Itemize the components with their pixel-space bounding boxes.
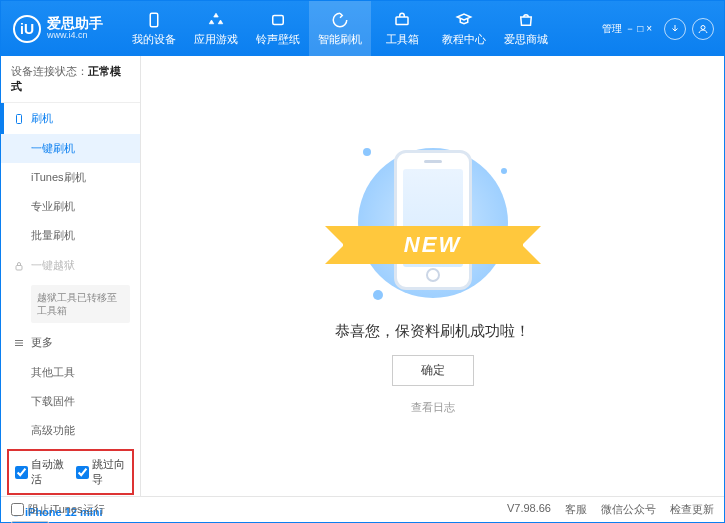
sidebar-item-pro-flash[interactable]: 专业刷机 <box>1 192 140 221</box>
svg-rect-1 <box>273 15 284 24</box>
nav-tutorials[interactable]: 教程中心 <box>433 1 495 56</box>
connection-status: 设备连接状态：正常模式 <box>1 56 140 103</box>
success-message: 恭喜您，保资料刷机成功啦！ <box>335 322 530 341</box>
titlebar: iU 爱思助手 www.i4.cn 我的设备 应用游戏 铃声壁纸 智能刷机 工具… <box>1 1 724 56</box>
sidebar-item-advanced[interactable]: 高级功能 <box>1 416 140 445</box>
main-nav: 我的设备 应用游戏 铃声壁纸 智能刷机 工具箱 教程中心 爱思商城 <box>123 1 557 56</box>
nav-apps-games[interactable]: 应用游戏 <box>185 1 247 56</box>
main-content: NEW 恭喜您，保资料刷机成功啦！ 确定 查看日志 <box>141 56 724 496</box>
user-icon[interactable] <box>692 18 714 40</box>
ok-button[interactable]: 确定 <box>392 355 474 386</box>
success-illustration: NEW <box>353 138 513 308</box>
svg-rect-0 <box>150 13 158 27</box>
sidebar-section-flash[interactable]: 刷机 <box>1 103 140 134</box>
block-itunes-checkbox[interactable]: 阻止iTunes运行 <box>11 502 105 517</box>
sidebar-item-itunes-flash[interactable]: iTunes刷机 <box>1 163 140 192</box>
nav-ringtones[interactable]: 铃声壁纸 <box>247 1 309 56</box>
support-link[interactable]: 客服 <box>565 502 587 517</box>
sidebar-item-download-fw[interactable]: 下载固件 <box>1 387 140 416</box>
auto-activate-checkbox[interactable]: 自动激活 <box>15 457 66 487</box>
check-update-link[interactable]: 检查更新 <box>670 502 714 517</box>
brand: iU 爱思助手 www.i4.cn <box>1 15 115 43</box>
nav-smart-flash[interactable]: 智能刷机 <box>309 1 371 56</box>
menu-icon <box>13 337 25 349</box>
svg-rect-2 <box>396 17 408 25</box>
lock-icon <box>13 260 25 272</box>
svg-point-3 <box>701 25 705 29</box>
brand-name: 爱思助手 <box>47 16 103 31</box>
wechat-link[interactable]: 微信公众号 <box>601 502 656 517</box>
phone-icon <box>13 113 25 125</box>
jailbreak-moved-note: 越狱工具已转移至工具箱 <box>31 285 130 323</box>
sidebar-item-oneclick-flash[interactable]: 一键刷机 <box>1 134 140 163</box>
app-window: iU 爱思助手 www.i4.cn 我的设备 应用游戏 铃声壁纸 智能刷机 工具… <box>0 0 725 523</box>
brand-logo-icon: iU <box>13 15 41 43</box>
flash-options-highlight: 自动激活 跳过向导 <box>7 449 134 495</box>
statusbar: 阻止iTunes运行 V7.98.66 客服 微信公众号 检查更新 <box>1 496 724 522</box>
sidebar-item-batch-flash[interactable]: 批量刷机 <box>1 221 140 250</box>
version-label: V7.98.66 <box>507 502 551 517</box>
view-log-link[interactable]: 查看日志 <box>411 400 455 415</box>
sidebar-item-other-tools[interactable]: 其他工具 <box>1 358 140 387</box>
window-controls[interactable]: 管理 － □ × <box>602 22 652 36</box>
nav-toolbox[interactable]: 工具箱 <box>371 1 433 56</box>
download-icon[interactable] <box>664 18 686 40</box>
sidebar-section-jailbreak: 一键越狱 <box>1 250 140 281</box>
titlebar-right: 管理 － □ × <box>602 18 724 40</box>
skip-guide-checkbox[interactable]: 跳过向导 <box>76 457 127 487</box>
svg-rect-5 <box>16 265 22 270</box>
nav-my-device[interactable]: 我的设备 <box>123 1 185 56</box>
svg-rect-4 <box>17 114 22 123</box>
nav-store[interactable]: 爱思商城 <box>495 1 557 56</box>
sidebar-section-more[interactable]: 更多 <box>1 327 140 358</box>
sidebar: 设备连接状态：正常模式 刷机 一键刷机 iTunes刷机 专业刷机 批量刷机 一… <box>1 56 141 496</box>
new-ribbon: NEW <box>343 226 523 264</box>
brand-url: www.i4.cn <box>47 31 103 41</box>
